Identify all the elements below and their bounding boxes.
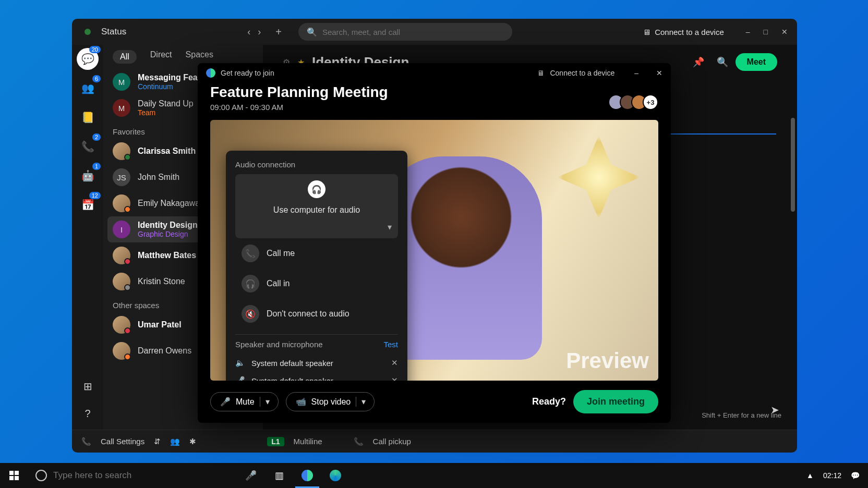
participant-avatars[interactable]: +3 (612, 94, 658, 110)
rail-messaging[interactable]: 💬 20 (77, 48, 99, 70)
speaker-row[interactable]: 🔈 System default speaker ✕ (235, 354, 398, 372)
audio-connection-label: Audio connection (235, 160, 398, 169)
rail-calendar[interactable]: 📅 12 (77, 194, 99, 216)
action-icon[interactable]: ✱ (189, 437, 196, 446)
close-button[interactable]: ✕ (781, 28, 788, 36)
svg-rect-2 (9, 476, 14, 480)
start-button[interactable] (0, 471, 28, 480)
item-title: Identity Design (138, 221, 198, 230)
maximize-button[interactable]: □ (764, 28, 768, 36)
call-settings-button[interactable]: Call Settings (101, 437, 144, 446)
action-icon[interactable]: 👥 (170, 437, 180, 446)
modal-controls-bar: 🎤 Mute ▾ 📹 Stop video ▾ Ready? Join meet… (198, 381, 671, 423)
close-icon[interactable]: ✕ (391, 376, 398, 381)
notifications-icon[interactable]: 💬 (851, 471, 860, 480)
audio-option-computer[interactable]: 🎧 Use computer for audio ▾ (235, 174, 398, 238)
tab-direct[interactable]: Direct (150, 50, 172, 64)
send-icon[interactable]: ➤ (770, 404, 779, 416)
chat-icon: 💬 (81, 53, 94, 65)
rail-teams[interactable]: 👥 6 (77, 77, 99, 99)
headset-icon: 🎧 (242, 275, 259, 292)
contacts-icon: 📒 (81, 111, 94, 124)
rail-calls[interactable]: 📞 2 (77, 136, 99, 157)
chevron-down-icon[interactable]: ▾ (260, 397, 270, 407)
item-title: Daily Stand Up (138, 99, 194, 108)
taskbar-edge[interactable] (321, 463, 349, 488)
test-link[interactable]: Test (383, 340, 398, 349)
people-icon: 👥 (81, 82, 94, 94)
avatar (113, 316, 130, 334)
status-label[interactable]: Status (101, 27, 126, 37)
avatar-overflow: +3 (643, 94, 658, 110)
forward-button[interactable]: › (258, 27, 261, 38)
calendar-icon: 📅 (81, 199, 94, 211)
space-search-icon[interactable]: 🔍 (717, 56, 728, 68)
preview-watermark: Preview (566, 348, 649, 373)
taskview-icon[interactable]: ▥ (265, 463, 293, 488)
join-meeting-modal: Get ready to join 🖥 Connect to a device … (198, 63, 671, 423)
join-meeting-button[interactable]: Join meeting (573, 390, 658, 413)
item-title: Darren Owens (138, 346, 191, 356)
tab-all[interactable]: All (113, 50, 137, 64)
chevron-up-icon[interactable]: ▲ (806, 471, 814, 480)
audio-option-callin[interactable]: 🎧 Call in (235, 269, 398, 299)
webex-logo-icon (206, 68, 215, 78)
speaker-icon: 🔈 (235, 358, 245, 368)
phone-icon: 📞 (81, 140, 94, 153)
avatar: JS (113, 168, 130, 186)
mute-icon: 🔇 (242, 305, 259, 323)
presence-dot (124, 327, 131, 334)
audio-option-none[interactable]: 🔇 Don't connect to audio (235, 299, 398, 329)
call-pickup-button[interactable]: Call pickup (373, 437, 411, 446)
bot-icon: 🤖 (81, 169, 94, 182)
rail-contacts[interactable]: 📒 (77, 106, 99, 128)
ready-label: Ready? (532, 396, 566, 407)
modal-minimize-button[interactable]: – (634, 69, 638, 77)
tab-spaces[interactable]: Spaces (186, 50, 213, 64)
search-input[interactable] (322, 28, 504, 36)
microphone-row[interactable]: 🎤 System default speaker ✕ (235, 372, 398, 381)
item-title: Emily Nakagawa (138, 199, 200, 208)
meet-button[interactable]: Meet (736, 53, 777, 71)
action-icon[interactable]: ⇵ (154, 437, 161, 446)
connect-device-button[interactable]: 🖥 Connect to a device (643, 28, 724, 36)
rail-bots[interactable]: 🤖 1 (77, 165, 99, 187)
presence-dot (85, 29, 91, 35)
presence-dot (124, 258, 131, 265)
pin-icon[interactable]: 📌 (693, 56, 704, 68)
rail-help[interactable]: ? (77, 402, 99, 424)
headset-icon: 🎧 (308, 180, 326, 198)
badge: 20 (89, 46, 101, 53)
meeting-time: 09:00 AM - 09:30 AM (210, 103, 658, 112)
system-tray[interactable]: ▲ 02:12 💬 (806, 471, 868, 480)
avatar: M (113, 73, 130, 91)
window-controls: – □ ✕ (746, 28, 788, 36)
clock: 02:12 (823, 471, 841, 480)
scrollbar-thumb[interactable] (791, 118, 795, 212)
mic-icon: 🎤 (235, 376, 245, 381)
device-icon: 🖥 (643, 28, 650, 36)
taskbar-mic-icon[interactable]: 🎤 (237, 463, 265, 488)
multiline-button[interactable]: Multiline (294, 437, 322, 446)
avatar (113, 142, 130, 160)
search-bar[interactable]: 🔍 (298, 23, 512, 41)
audio-option-callme[interactable]: 📞 Call me (235, 238, 398, 269)
taskbar-search[interactable] (28, 463, 237, 488)
taskbar-search-input[interactable] (53, 470, 230, 481)
new-button[interactable]: + (275, 26, 282, 38)
stop-video-button[interactable]: 📹 Stop video ▾ (286, 392, 375, 411)
minimize-button[interactable]: – (746, 28, 750, 36)
phone-out-icon: 📞 (242, 245, 259, 262)
meeting-heading: Feature Planning Meeting 09:00 AM - 09:3… (198, 78, 671, 117)
back-button[interactable]: ‹ (247, 27, 250, 38)
close-icon[interactable]: ✕ (391, 358, 398, 368)
modal-close-button[interactable]: ✕ (656, 69, 662, 77)
modal-connect-device[interactable]: Connect to a device (550, 69, 614, 77)
presence-dot (124, 284, 131, 291)
taskbar-webex[interactable] (293, 463, 321, 488)
chevron-down-icon[interactable]: ▾ (356, 397, 366, 407)
mute-button[interactable]: 🎤 Mute ▾ (210, 392, 279, 411)
rail-apps[interactable]: ⊞ (77, 375, 99, 397)
presence-dot (124, 154, 131, 161)
meeting-title: Feature Planning Meeting (210, 84, 658, 101)
